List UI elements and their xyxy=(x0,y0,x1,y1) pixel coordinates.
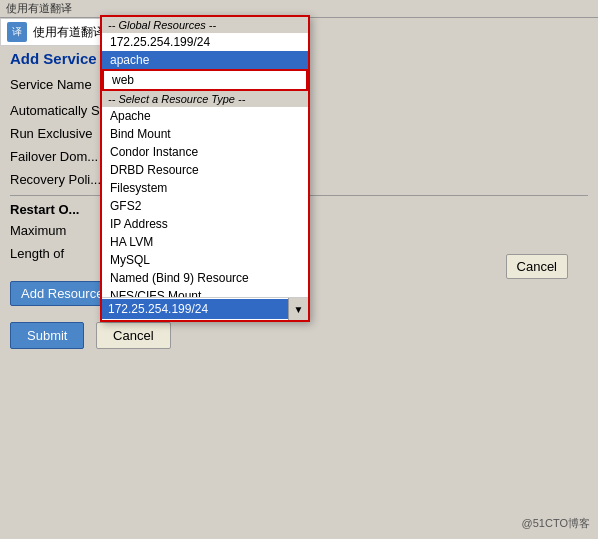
type-item-1[interactable]: Bind Mount xyxy=(102,125,308,143)
watermark: @51CTO博客 xyxy=(522,516,590,531)
global-resources-header: -- Global Resources -- xyxy=(102,17,308,33)
type-item-9[interactable]: Named (Bind 9) Resource xyxy=(102,269,308,287)
select-type-header: -- Select a Resource Type -- xyxy=(102,91,308,107)
submit-button[interactable]: Submit xyxy=(10,322,84,349)
add-resource-button[interactable]: Add Resource xyxy=(10,281,114,306)
translate-label: 使用有道翻译 xyxy=(33,24,105,41)
global-item-0[interactable]: 172.25.254.199/24 xyxy=(102,33,308,51)
type-item-7[interactable]: HA LVM xyxy=(102,233,308,251)
type-item-2[interactable]: Condor Instance xyxy=(102,143,308,161)
dropdown-select-row: 172.25.254.199/24 ▼ xyxy=(102,297,308,320)
type-item-6[interactable]: IP Address xyxy=(102,215,308,233)
type-item-3[interactable]: DRBD Resource xyxy=(102,161,308,179)
global-item-1[interactable]: apache xyxy=(102,51,308,69)
dropdown-list[interactable]: -- Global Resources -- 172.25.254.199/24… xyxy=(102,17,308,297)
cancel-button[interactable]: Cancel xyxy=(96,322,170,349)
resource-type-dropdown: -- Global Resources -- 172.25.254.199/24… xyxy=(100,15,310,322)
dropdown-selected-value: 172.25.254.199/24 xyxy=(102,299,288,319)
restart-options-title: Restart O... xyxy=(10,202,79,217)
translate-icon: 译 xyxy=(7,22,27,42)
type-item-8[interactable]: MySQL xyxy=(102,251,308,269)
top-bar-text: 使用有道翻译 xyxy=(6,1,72,16)
type-item-0[interactable]: Apache xyxy=(102,107,308,125)
dropdown-arrow-button[interactable]: ▼ xyxy=(288,298,308,320)
cancel-right-button[interactable]: Cancel xyxy=(506,254,568,279)
form-title: Add Service xyxy=(10,50,97,67)
type-item-5[interactable]: GFS2 xyxy=(102,197,308,215)
type-item-4[interactable]: Filesystem xyxy=(102,179,308,197)
type-item-10[interactable]: NFS/CIFS Mount xyxy=(102,287,308,297)
global-item-2[interactable]: web xyxy=(102,69,308,91)
